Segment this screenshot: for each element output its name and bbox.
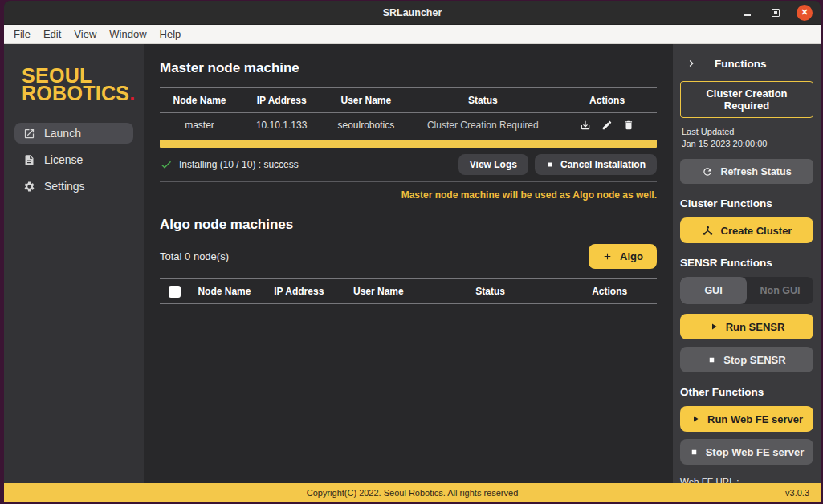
gui-toggle-option-non-gui[interactable]: Non GUI (747, 277, 813, 304)
col-node-name: Node Name (189, 286, 259, 297)
col-ip-address: IP Address (239, 95, 324, 106)
cluster-functions-heading: Cluster Functions (680, 197, 813, 209)
menu-window[interactable]: Window (103, 26, 153, 42)
main-content: Master node machine Node Name IP Address… (144, 44, 673, 483)
minimize-icon (744, 14, 751, 16)
title-bar: SRLauncher ✕ (4, 1, 821, 25)
refresh-icon (702, 166, 713, 177)
master-table-row: master 10.10.1.133 seoulrobotics Cluster… (160, 113, 657, 137)
maximize-icon (772, 9, 780, 17)
install-status-row: Installing (10 / 10) : success View Logs… (160, 154, 657, 175)
settings-gear-icon (23, 181, 35, 193)
algo-table-header: Node Name IP Address User Name Status Ac… (160, 278, 657, 304)
edit-icon[interactable] (601, 120, 613, 131)
install-status-text: Installing (10 / 10) : success (179, 159, 299, 170)
col-user-name: User Name (339, 286, 418, 297)
sidebar-item-label: Settings (44, 180, 85, 193)
install-progress-bar (160, 140, 657, 148)
menu-view[interactable]: View (67, 26, 103, 42)
hub-icon (702, 225, 714, 237)
sidebar-item-launch[interactable]: Launch (14, 123, 133, 144)
play-icon (709, 322, 719, 331)
version-text: v3.0.3 (785, 488, 809, 498)
sidebar-item-license[interactable]: License (14, 149, 133, 170)
logo-line2: ROBOTICS. (22, 84, 144, 102)
menu-file[interactable]: File (7, 26, 37, 42)
master-status: Cluster Creation Required (408, 120, 557, 131)
master-section-title: Master node machine (160, 60, 657, 76)
stop-icon (707, 356, 716, 364)
functions-header: Functions (680, 57, 813, 70)
functions-title: Functions (715, 58, 767, 70)
launch-icon (23, 128, 35, 140)
other-functions-heading: Other Functions (680, 386, 813, 398)
col-actions: Actions (562, 286, 657, 297)
col-user-name: User Name (324, 95, 408, 106)
section-divider (160, 181, 657, 182)
sidebar-nav: Launch License Settings (4, 123, 144, 197)
footer: Copyright(C) 2022. Seoul Robotics. All r… (4, 483, 821, 502)
plus-icon (602, 251, 613, 262)
create-cluster-button[interactable]: Create Cluster (680, 217, 813, 243)
master-ip: 10.10.1.133 (239, 120, 324, 131)
sensr-functions-heading: SENSR Functions (680, 257, 813, 269)
refresh-status-button[interactable]: Refresh Status (680, 159, 813, 184)
master-table-header: Node Name IP Address User Name Status Ac… (160, 87, 657, 113)
minimize-button[interactable] (739, 5, 755, 21)
sidebar-item-label: License (44, 153, 83, 166)
select-all-checkbox[interactable] (169, 286, 181, 298)
add-algo-button[interactable]: Algo (589, 244, 657, 269)
stop-icon (546, 161, 554, 169)
sidebar-item-settings[interactable]: Settings (14, 176, 133, 197)
gui-toggle: GUI Non GUI (680, 277, 813, 304)
window-title: SRLauncher (383, 7, 442, 18)
algo-total-row: Total 0 node(s) Algo (160, 244, 657, 269)
col-ip-address: IP Address (259, 286, 339, 297)
stop-icon (690, 448, 699, 457)
master-user: seoulrobotics (324, 120, 408, 131)
functions-panel: Functions Cluster Creation Required Last… (673, 44, 821, 483)
license-icon (23, 154, 35, 166)
col-node-name: Node Name (160, 95, 239, 106)
master-node-name: master (160, 120, 239, 131)
menu-bar: File Edit View Window Help (4, 25, 821, 44)
algo-total-label: Total 0 node(s) (160, 250, 229, 262)
window-controls: ✕ (739, 1, 813, 24)
gui-toggle-option-gui[interactable]: GUI (680, 277, 747, 304)
last-updated-label: Last Updated (682, 126, 812, 138)
algo-section-title: Algo node machines (160, 217, 657, 233)
seoul-robotics-logo: SEOUL ROBOTICS. (22, 67, 144, 102)
run-sensr-button[interactable]: Run SENSR (680, 314, 813, 339)
col-status: Status (418, 286, 563, 297)
col-actions: Actions (557, 95, 657, 106)
stop-sensr-button[interactable]: Stop SENSR (680, 347, 813, 372)
logo-dot: . (129, 82, 135, 104)
run-web-fe-button[interactable]: Run Web FE server (680, 406, 813, 432)
check-icon (160, 158, 173, 171)
cluster-status-box: Cluster Creation Required (680, 81, 813, 118)
sidebar: SEOUL ROBOTICS. Launch License (4, 44, 144, 483)
last-updated: Last Updated Jan 15 2023 20:00:00 (682, 126, 812, 150)
menu-help[interactable]: Help (153, 26, 188, 42)
master-actions (557, 120, 657, 131)
maximize-button[interactable] (768, 5, 784, 21)
master-algo-note: Master node machine will be used as Algo… (160, 189, 657, 201)
last-updated-value: Jan 15 2023 20:00:00 (682, 138, 812, 150)
delete-icon[interactable] (623, 120, 634, 131)
menu-edit[interactable]: Edit (37, 26, 67, 42)
copyright-text: Copyright(C) 2022. Seoul Robotics. All r… (307, 488, 519, 498)
app-window: SRLauncher ✕ File Edit View Window Help … (4, 1, 821, 502)
sidebar-item-label: Launch (44, 127, 81, 140)
select-all-cell (160, 286, 189, 298)
col-status: Status (408, 95, 557, 106)
view-logs-button[interactable]: View Logs (458, 154, 528, 175)
chevron-right-icon[interactable] (685, 57, 698, 70)
cancel-installation-button[interactable]: Cancel Installation (535, 154, 657, 175)
play-icon (691, 414, 700, 424)
close-button[interactable]: ✕ (797, 5, 813, 21)
close-icon: ✕ (801, 8, 808, 17)
stop-web-fe-button[interactable]: Stop Web FE server (680, 439, 813, 465)
download-icon[interactable] (580, 120, 591, 131)
